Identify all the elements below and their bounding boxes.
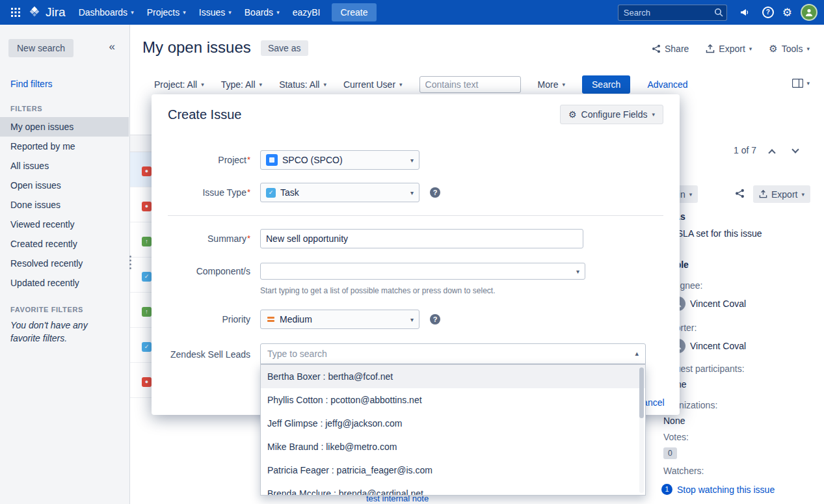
export-button[interactable]: Export ▾ [706,44,752,54]
app-switcher-button[interactable] [7,3,25,22]
task-icon: ✓ [142,342,152,352]
share-button[interactable]: Share [652,44,689,54]
create-issue-dialog: Create Issue ⚙ Configure Fields ▾ Projec… [152,94,680,415]
chevron-down-icon: ▾ [652,111,655,118]
sidebar-item-my-open-issues[interactable]: My open issues [0,117,129,137]
advanced-link[interactable]: Advanced [647,79,687,90]
person-icon [804,8,814,17]
jira-logo-icon [27,5,42,20]
gear-icon: ⚙ [769,43,777,55]
project-select[interactable]: SPCO (SPCO) ▾ [260,150,419,170]
chevron-down-icon: ▾ [259,81,263,88]
sidebar-item-viewed-recently[interactable]: Viewed recently [0,215,129,234]
issue-row[interactable]: ✓ [130,328,152,363]
improvement-icon: ↑ [142,307,152,317]
sidebar-item-done-issues[interactable]: Done issues [0,195,129,215]
new-search-button[interactable]: New search [8,39,73,57]
settings-gear-icon[interactable]: ⚙ [782,7,792,18]
sidebar-item-all-issues[interactable]: All issues [0,156,129,176]
nav-dashboards[interactable]: Dashboards▾ [72,0,140,25]
reporter-name: Vincent Coval [690,341,746,351]
chevron-up-icon[interactable]: ▴ [635,349,639,358]
watchers-count-badge: 1 [661,484,672,495]
issue-row[interactable]: ● [130,187,152,222]
contains-text-input[interactable] [419,76,521,93]
components-select[interactable]: ▾ [260,263,585,280]
leads-suggestions-dropdown: Bertha Boxer : bertha@fcof.net Phyllis C… [260,364,646,496]
priority-select[interactable]: Medium ▾ [260,310,419,329]
issue-type-select[interactable]: ✓ Task ▾ [260,183,419,202]
lead-option[interactable]: Jeff Glimpse : jeffg@jackson.com [261,412,645,435]
issue-row[interactable]: ↑ [130,293,152,328]
chevron-down-icon: ▾ [410,157,414,164]
top-nav: Jira Dashboards▾ Projects▾ Issues▾ Board… [0,0,824,25]
configure-fields-button[interactable]: ⚙ Configure Fields ▾ [560,105,663,124]
nav-projects[interactable]: Projects▾ [140,0,193,25]
project-filter[interactable]: Project: All▾ [154,79,204,90]
sidebar-item-updated-recently[interactable]: Updated recently [0,273,129,293]
find-filters-link[interactable]: Find filters [10,79,53,89]
tools-button[interactable]: ⚙ Tools ▾ [769,43,810,55]
summary-field-label: Summary* [152,233,250,244]
lead-option[interactable]: Bertha Boxer : bertha@fcof.net [261,365,645,388]
required-mark: * [247,233,250,243]
next-issue-button[interactable] [793,147,803,157]
detail-share-button[interactable] [735,189,745,200]
lead-option[interactable]: Brenda Mcclure : brenda@cardinal.net [261,482,645,496]
help-icon[interactable]: ? [762,7,774,18]
bug-icon: ● [142,377,152,387]
leads-combobox: ▴ [260,343,646,364]
current-user-filter[interactable]: Current User▾ [343,79,403,90]
priority-help-icon[interactable]: ? [430,314,440,325]
issue-row[interactable]: ● [130,363,152,398]
nav-issues[interactable]: Issues▾ [193,0,238,25]
search-icon [714,8,723,17]
sidebar-item-resolved-recently[interactable]: Resolved recently [0,254,129,273]
dropdown-scrollbar-thumb[interactable] [639,367,644,418]
global-search-input[interactable] [618,5,727,21]
chevron-down-icon: ▾ [399,81,403,88]
announcements-button[interactable] [736,3,754,22]
gear-icon: ⚙ [568,109,577,120]
lead-option[interactable]: Phyllis Cotton : pcotton@abbottins.net [261,388,645,412]
nav-boards[interactable]: Boards▾ [238,0,286,25]
type-filter[interactable]: Type: All▾ [221,79,262,90]
search-filter-bar: Project: All▾ Type: All▾ Status: All▾ Cu… [154,75,688,94]
detail-export-button[interactable]: Export ▾ [753,185,810,203]
sidebar-item-open-issues[interactable]: Open issues [0,176,129,195]
summary-input[interactable] [260,229,583,248]
chevron-down-icon: ▾ [201,81,204,88]
layout-switcher-button[interactable]: ▾ [792,79,810,88]
user-avatar[interactable] [801,4,817,21]
task-type-icon: ✓ [266,188,276,198]
bug-icon: ● [142,202,152,211]
create-button[interactable]: Create [332,3,376,21]
jira-logo[interactable]: Jira [25,5,72,20]
search-button[interactable]: Search [582,75,630,94]
watchers-label: Watchers: [663,466,704,476]
chevron-down-icon: ▾ [323,81,326,88]
improvement-icon: ↑ [142,237,152,246]
sidebar-item-created-recently[interactable]: Created recently [0,234,129,254]
stop-watching-link[interactable]: Stop watching this issue [677,484,775,495]
previous-issue-button[interactable] [769,147,780,157]
collapse-sidebar-icon[interactable]: « [109,40,115,53]
save-as-button[interactable]: Save as [261,40,308,56]
lead-option[interactable]: Patricia Feager : patricia_feager@is.com [261,458,645,482]
grid-icon [11,8,20,17]
filters-sidebar: New search « Find filters FILTERS My ope… [0,25,130,504]
sidebar-item-reported-by-me[interactable]: Reported by me [0,137,129,156]
issue-type-help-icon[interactable]: ? [430,187,440,198]
issue-row[interactable]: ● [130,152,152,187]
export-icon [706,44,715,53]
nav-eazybi[interactable]: eazyBI [286,0,327,25]
chevron-down-icon: ▾ [749,46,752,52]
status-filter[interactable]: Status: All▾ [279,79,326,90]
lead-option[interactable]: Mike Braund : likeb@metro.com [261,435,645,458]
more-filter[interactable]: More▾ [538,79,565,90]
jira-logo-text: Jira [46,5,66,20]
page-title: My open issues [142,38,251,57]
leads-search-input[interactable] [261,344,645,364]
dialog-title: Create Issue [168,107,241,122]
panel-resize-handle[interactable] [127,251,133,273]
